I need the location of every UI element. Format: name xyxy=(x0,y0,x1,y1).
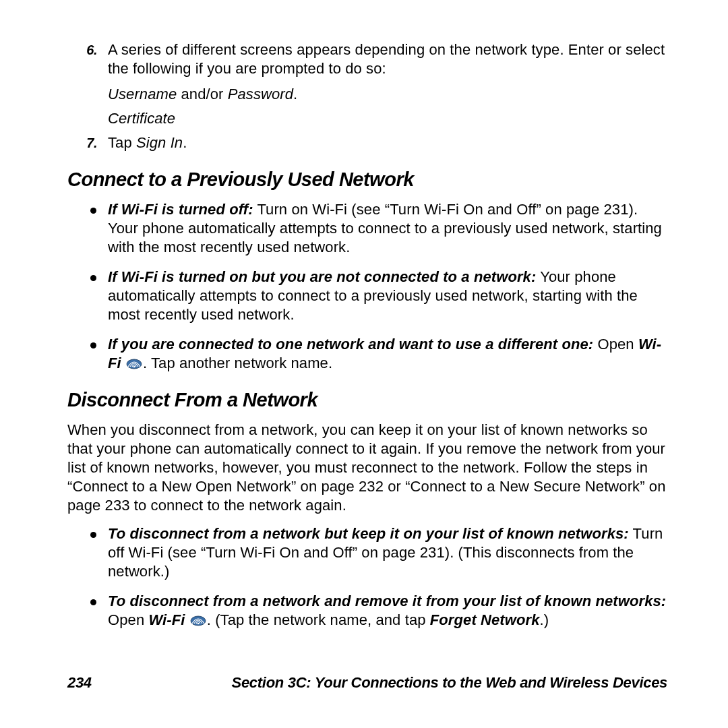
step-7: 7. Tap Sign In. xyxy=(67,133,667,152)
page-number: 234 xyxy=(67,674,92,692)
step-body: A series of different screens appears de… xyxy=(108,40,667,78)
bullet-disconnect-keep: To disconnect from a network but keep it… xyxy=(88,524,667,581)
step-6: 6. A series of different screens appears… xyxy=(67,40,667,78)
bullet-list-disconnect: To disconnect from a network but keep it… xyxy=(88,524,667,630)
wifi-icon xyxy=(190,612,206,623)
username-label: Username xyxy=(108,86,177,102)
disconnect-paragraph: When you disconnect from a network, you … xyxy=(67,421,667,515)
section-disconnect: Disconnect From a Network xyxy=(67,389,667,411)
section-connect-previous: Connect to a Previously Used Network xyxy=(67,169,667,191)
step-6-sub-1: Username and/or Password. xyxy=(108,85,667,104)
page-footer: 234 Section 3C: Your Connections to the … xyxy=(67,674,667,692)
step-body: Tap Sign In. xyxy=(108,133,667,152)
step-number: 7. xyxy=(67,133,108,152)
bullet-wifi-off: If Wi-Fi is turned off: Turn on Wi-Fi (s… xyxy=(88,200,667,257)
bullet-switch-network: If you are connected to one network and … xyxy=(88,335,667,373)
sign-in-label: Sign In xyxy=(136,134,183,151)
password-label: Password xyxy=(228,86,293,102)
bullet-wifi-on-not-connected: If Wi-Fi is turned on but you are not co… xyxy=(88,268,667,324)
section-label: Section 3C: Your Connections to the Web … xyxy=(232,674,667,692)
wifi-icon xyxy=(126,355,142,366)
forget-network-label: Forget Network xyxy=(430,611,540,628)
bullet-disconnect-remove: To disconnect from a network and remove … xyxy=(88,592,667,630)
manual-page: 6. A series of different screens appears… xyxy=(0,0,728,728)
step-number: 6. xyxy=(67,40,108,78)
step-6-sub-2: Certificate xyxy=(108,109,667,128)
bullet-list-connect: If Wi-Fi is turned off: Turn on Wi-Fi (s… xyxy=(88,200,667,373)
